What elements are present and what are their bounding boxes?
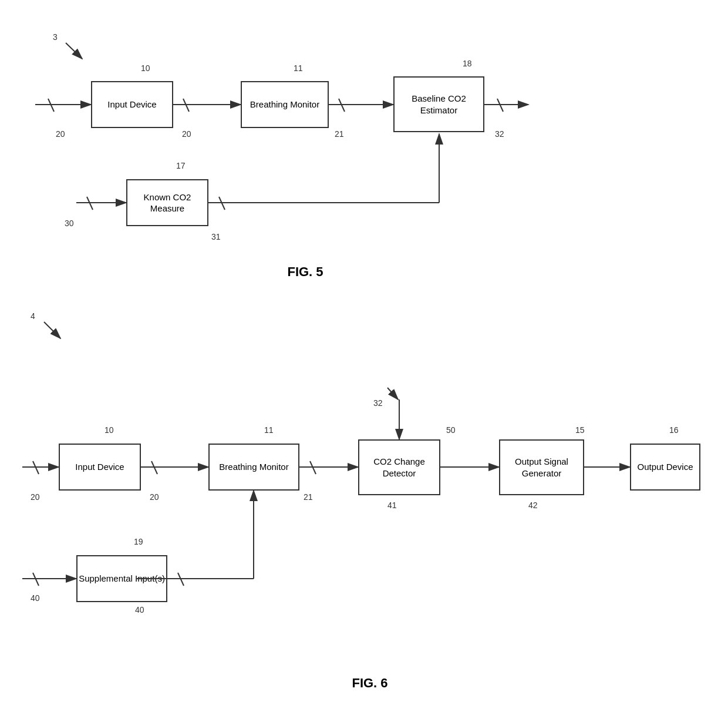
fig6-ref41: 41 (387, 501, 397, 510)
svg-line-30 (178, 573, 184, 586)
fig6-output-device-block: Output Device (630, 444, 700, 491)
fig5-breathing-monitor-label: Breathing Monitor (250, 99, 319, 110)
fig5-ref18: 18 (463, 59, 472, 68)
fig5-breathing-monitor-block: Breathing Monitor (241, 81, 329, 128)
fig5-input-device-block: Input Device (91, 81, 173, 128)
svg-line-2 (66, 43, 82, 59)
fig5-baseline-co2-label: Baseline CO2 Estimator (395, 93, 483, 116)
fig6-ref50: 50 (446, 425, 456, 435)
fig6-ref16: 16 (669, 425, 679, 435)
fig5-ref10: 10 (141, 63, 150, 73)
fig6-s20-left: 20 (31, 492, 40, 502)
svg-line-6 (183, 99, 189, 112)
fig6-supplemental-label: Supplemental Input(s) (79, 573, 165, 585)
fig6-ref32: 32 (373, 398, 383, 408)
fig6-s40-left: 40 (31, 593, 40, 603)
fig5-ref17: 17 (176, 161, 186, 170)
fig6-ref11: 11 (264, 425, 274, 435)
svg-line-33 (387, 388, 398, 399)
svg-line-4 (48, 99, 54, 112)
fig5-ref3: 3 (53, 32, 58, 42)
fig6-breathing-monitor-label: Breathing Monitor (219, 461, 288, 473)
fig6-s40-right: 40 (135, 605, 144, 614)
fig6-output-device-label: Output Device (637, 461, 693, 473)
fig6-co2-change-label: CO2 Change Detector (359, 456, 439, 479)
fig6-ref15: 15 (575, 425, 585, 435)
fig6-output-signal-block: Output Signal Generator (499, 439, 584, 495)
svg-line-16 (219, 197, 225, 210)
fig5-known-co2-block: Known CO2 Measure (126, 179, 208, 226)
fig6-ref4: 4 (31, 311, 35, 321)
fig5-baseline-co2-block: Baseline CO2 Estimator (393, 76, 484, 132)
fig5-caption: FIG. 5 (247, 264, 364, 280)
svg-line-10 (497, 99, 503, 112)
fig6-caption: FIG. 6 (311, 676, 429, 691)
fig6-co2-change-block: CO2 Change Detector (358, 439, 440, 495)
fig6-breathing-monitor-block: Breathing Monitor (208, 444, 299, 491)
fig5-s30: 30 (65, 219, 74, 228)
fig5-s21: 21 (335, 129, 344, 139)
fig5-input-device-label: Input Device (107, 99, 156, 110)
fig6-ref10: 10 (105, 425, 114, 435)
fig5-s20-right: 20 (182, 129, 191, 139)
fig6-output-signal-label: Output Signal Generator (500, 456, 583, 479)
fig6-input-device-block: Input Device (59, 444, 141, 491)
fig6-input-device-label: Input Device (75, 461, 124, 473)
svg-line-21 (151, 461, 157, 474)
svg-line-8 (339, 99, 345, 112)
fig6-ref42: 42 (528, 501, 538, 510)
fig5-s31: 31 (211, 232, 221, 241)
fig6-ref19: 19 (134, 537, 143, 546)
svg-line-19 (33, 461, 39, 474)
diagram-container: Input Device Breathing Monitor Baseline … (0, 0, 728, 712)
svg-line-12 (87, 197, 93, 210)
svg-line-27 (33, 573, 39, 586)
fig5-s32: 32 (495, 129, 504, 139)
fig5-ref11: 11 (294, 63, 303, 73)
fig5-s20-left: 20 (56, 129, 65, 139)
svg-line-17 (44, 322, 60, 338)
fig6-s21: 21 (304, 492, 313, 502)
fig5-known-co2-label: Known CO2 Measure (127, 192, 207, 214)
fig6-supplemental-block: Supplemental Input(s) (76, 555, 167, 602)
svg-line-23 (310, 461, 316, 474)
fig6-s20-right: 20 (150, 492, 159, 502)
